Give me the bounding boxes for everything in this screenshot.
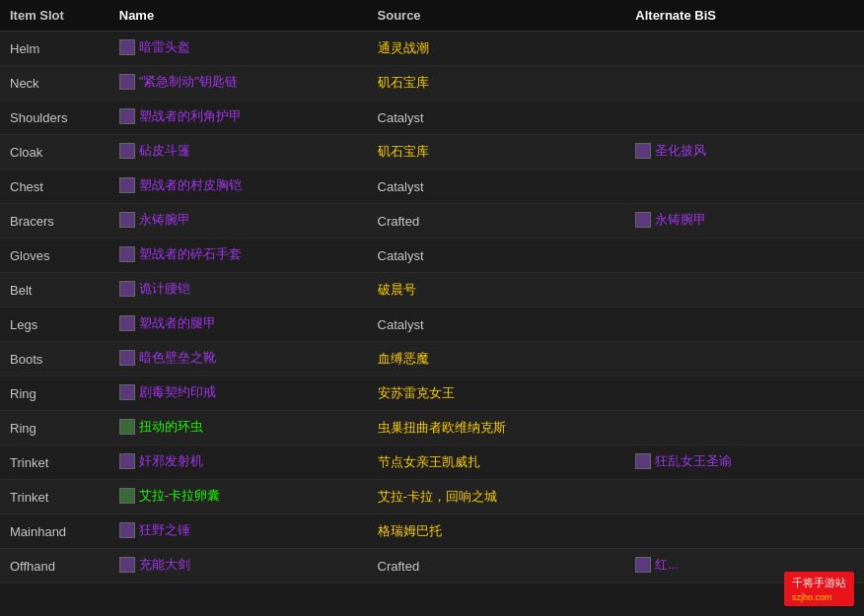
item-name-text: 奸邪发射机 [139,452,203,470]
item-name-link[interactable]: 暗色壁垒之靴 [119,349,216,367]
item-name-link[interactable]: 暗雷头盔 [119,38,190,56]
item-name-link[interactable]: "紧急制动"钥匙链 [119,73,238,91]
slot-cell: Chest [0,170,109,204]
alt-item-icon [635,557,651,573]
name-cell[interactable]: 奸邪发射机 [109,445,368,480]
name-cell[interactable]: 塑战者的利角护甲 [109,101,368,135]
source-text: 破晨号 [378,282,416,297]
item-name-link[interactable]: 扭动的环虫 [119,418,203,436]
item-icon [119,384,135,400]
name-cell[interactable]: 砧皮斗篷 [109,135,368,170]
alt-item-link[interactable]: 红... [635,556,679,574]
alt-item-link[interactable]: 狂乱女王圣谕 [635,452,732,470]
item-name-text: 狂野之锤 [139,521,190,539]
item-name-link[interactable]: 塑战者的利角护甲 [119,107,242,125]
alt-item-icon [635,143,651,159]
alt-item-name: 狂乱女王圣谕 [655,452,732,470]
name-cell[interactable]: 塑战者的村皮胸铠 [109,170,368,204]
source-text: 格瑞姆巴托 [378,523,442,538]
item-name-text: 暗色壁垒之靴 [139,349,216,367]
item-icon [119,39,135,55]
name-cell[interactable]: 塑战者的腿甲 [109,308,368,342]
alt-bis-cell [625,170,864,204]
table-row: Trinket奸邪发射机节点女亲王凯威扎狂乱女王圣谕 [0,445,864,480]
name-cell[interactable]: 扭动的环虫 [109,411,368,445]
item-name-link[interactable]: 永铸腕甲 [119,211,190,229]
source-text: 矶石宝库 [378,144,429,159]
watermark: 千将手游站 szjho.com [784,572,854,606]
bis-table-container: Item Slot Name Source Alternate BiS Helm… [0,0,864,583]
alt-item-name: 永铸腕甲 [655,211,706,229]
alt-bis-cell: 狂乱女王圣谕 [625,445,864,480]
source-cell: 通灵战潮 [368,32,626,66]
source-text: Catalyst [378,110,424,125]
alt-item-link[interactable]: 永铸腕甲 [635,211,706,229]
item-icon [119,108,135,124]
item-name-link[interactable]: 塑战者的碎石手套 [119,245,242,263]
name-cell[interactable]: 永铸腕甲 [109,204,368,239]
name-cell[interactable]: 狂野之锤 [109,514,368,549]
alt-bis-cell [625,239,864,273]
table-row: Belt诡计腰铠破晨号 [0,273,864,308]
slot-cell: Offhand [0,549,109,583]
slot-cell: Boots [0,342,109,376]
alt-bis-cell [625,66,864,101]
item-name-link[interactable]: 奸邪发射机 [119,452,203,470]
header-source: Source [368,0,626,32]
slot-cell: Ring [0,376,109,411]
item-name-text: 塑战者的碎石手套 [139,245,242,263]
item-icon [119,522,135,538]
table-row: Neck"紧急制动"钥匙链矶石宝库 [0,66,864,101]
slot-cell: Gloves [0,239,109,273]
table-header-row: Item Slot Name Source Alternate BiS [0,0,864,32]
source-text: 节点女亲王凯威扎 [378,454,480,469]
name-cell[interactable]: 艾拉-卡拉卵囊 [109,480,368,514]
alt-bis-cell [625,342,864,376]
item-name-text: "紧急制动"钥匙链 [139,73,238,91]
watermark-brand: 千将手游站 [792,577,846,588]
source-cell: 矶石宝库 [368,135,626,170]
item-name-link[interactable]: 剧毒契约印戒 [119,383,216,401]
item-name-link[interactable]: 艾拉-卡拉卵囊 [119,487,220,505]
alt-item-icon [635,453,651,469]
item-icon [119,74,135,90]
bis-table: Item Slot Name Source Alternate BiS Helm… [0,0,864,583]
item-name-link[interactable]: 塑战者的村皮胸铠 [119,176,242,194]
name-cell[interactable]: 剧毒契约印戒 [109,376,368,411]
source-cell: Catalyst [368,239,626,273]
source-cell: 矶石宝库 [368,66,626,101]
source-cell: 破晨号 [368,273,626,308]
item-name-link[interactable]: 充能大剑 [119,556,190,574]
source-cell: 血缚恶魔 [368,342,626,376]
name-cell[interactable]: "紧急制动"钥匙链 [109,66,368,101]
source-text: 血缚恶魔 [378,351,429,366]
source-cell: 艾拉-卡拉，回响之城 [368,480,626,514]
name-cell[interactable]: 塑战者的碎石手套 [109,239,368,273]
source-text: Crafted [378,559,420,574]
alt-bis-cell [625,514,864,549]
alt-item-link[interactable]: 圣化披风 [635,142,706,160]
source-text: 艾拉-卡拉，回响之城 [378,489,497,504]
slot-cell: Mainhand [0,514,109,549]
name-cell[interactable]: 诡计腰铠 [109,273,368,308]
item-name-link[interactable]: 诡计腰铠 [119,280,190,298]
slot-cell: Helm [0,32,109,66]
item-name-text: 永铸腕甲 [139,211,190,229]
name-cell[interactable]: 暗色壁垒之靴 [109,342,368,376]
item-icon [119,281,135,297]
name-cell[interactable]: 暗雷头盔 [109,32,368,66]
source-cell: Catalyst [368,308,626,342]
item-name-link[interactable]: 砧皮斗篷 [119,142,190,160]
name-cell[interactable]: 充能大剑 [109,549,368,583]
item-name-link[interactable]: 狂野之锤 [119,521,190,539]
item-icon [119,143,135,159]
table-row: Bracers永铸腕甲Crafted永铸腕甲 [0,204,864,239]
source-cell: 格瑞姆巴托 [368,514,626,549]
table-row: Gloves塑战者的碎石手套Catalyst [0,239,864,273]
source-cell: Catalyst [368,170,626,204]
item-name-text: 艾拉-卡拉卵囊 [139,487,220,505]
item-name-text: 砧皮斗篷 [139,142,190,160]
item-name-text: 塑战者的村皮胸铠 [139,176,242,194]
item-name-link[interactable]: 塑战者的腿甲 [119,314,216,332]
item-name-text: 充能大剑 [139,556,190,574]
